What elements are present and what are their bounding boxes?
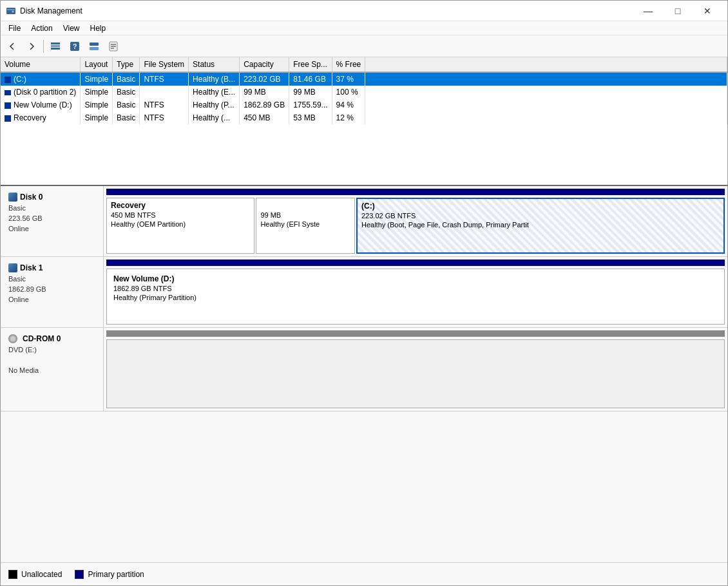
table-row[interactable]: New Volume (D:)SimpleBasicNTFSHealthy (P… [1, 99, 727, 111]
d-name: New Volume (D:) [113, 274, 718, 283]
help-icon: ? [70, 41, 80, 52]
svg-rect-9 [90, 47, 99, 50]
col-volume[interactable]: Volume [1, 57, 81, 72]
disk1-label: Disk 1 Basic 1862.89 GB Online [1, 257, 104, 327]
cell-type: Basic [113, 111, 140, 124]
maximize-button[interactable]: □ [663, 1, 693, 21]
disk0-type: Basic [8, 204, 95, 212]
cdrom0-type: DVD (E:) [8, 346, 95, 354]
disk0-parts-row: Recovery 450 MB NTFS Healthy (OEM Partit… [106, 198, 725, 254]
cell-free: 1755.59... [289, 99, 332, 111]
disk0-status: Online [8, 225, 95, 232]
content-area: Volume Layout Type File System Status Ca… [1, 57, 727, 585]
disk1-d-partition[interactable]: New Volume (D:) 1862.89 GB NTFS Healthy … [106, 269, 725, 325]
cell-status: Healthy (E... [189, 86, 240, 99]
cdrom-icon [8, 334, 17, 343]
disk1-row: Disk 1 Basic 1862.89 GB Online New Volum… [1, 257, 727, 328]
cell-layout: Simple [81, 111, 113, 124]
volume-list-button[interactable] [46, 38, 64, 55]
legend-bar: Unallocated Primary partition [1, 562, 727, 585]
menu-bar: File Action View Help [1, 21, 727, 35]
disk0-recovery-partition[interactable]: Recovery 450 MB NTFS Healthy (OEM Partit… [106, 198, 254, 254]
cell-volume: New Volume (D:) [1, 99, 81, 111]
cdrom0-row: CD-ROM 0 DVD (E:) No Media [1, 328, 727, 411]
disk0-icon [8, 193, 17, 202]
volume-icon [5, 90, 11, 95]
cell-status: Healthy (B... [189, 72, 240, 86]
volume-icon [5, 115, 11, 122]
efi-size: 99 MB [260, 211, 350, 219]
disk0-c-partition[interactable]: (C:) 223.02 GB NTFS Healthy (Boot, Page … [356, 198, 725, 254]
cell-free: 81.46 GB [289, 72, 332, 86]
cell-filesystem: NTFS [140, 111, 189, 124]
cdrom0-nomedia: No Media [8, 366, 95, 374]
cell-status: Healthy (... [189, 111, 240, 124]
svg-rect-3 [51, 43, 60, 44]
cell-layout: Simple [81, 86, 113, 99]
col-status[interactable]: Status [189, 57, 240, 72]
recovery-status: Healthy (OEM Partition) [111, 220, 250, 228]
cell-filesystem: NTFS [140, 99, 189, 111]
disk-view-button[interactable] [85, 38, 103, 55]
back-icon [8, 42, 17, 51]
col-type[interactable]: Type [113, 57, 140, 72]
disk0-size: 223.56 GB [8, 214, 95, 222]
col-extra [365, 57, 727, 72]
d-status: Healthy (Primary Partition) [113, 294, 718, 301]
disk1-partitions: New Volume (D:) 1862.89 GB NTFS Healthy … [104, 257, 727, 327]
cell-type: Basic [113, 86, 140, 99]
table-row[interactable]: (C:)SimpleBasicNTFSHealthy (B...223.02 G… [1, 72, 727, 86]
c-status: Healthy (Boot, Page File, Crash Dump, Pr… [361, 221, 720, 229]
menu-file[interactable]: File [3, 23, 26, 34]
disk0-header-bar [106, 189, 725, 195]
cell-layout: Simple [81, 72, 113, 86]
col-filesystem[interactable]: File System [140, 57, 189, 72]
cdrom0-empty [106, 339, 725, 408]
efi-name [260, 201, 350, 210]
disk0-row: Disk 0 Basic 223.56 GB Online Recovery 4… [1, 186, 727, 257]
table-row[interactable]: RecoverySimpleBasicNTFSHealthy (...450 M… [1, 111, 727, 124]
legend-unallocated-box [8, 570, 17, 579]
svg-rect-5 [51, 48, 60, 50]
cdrom0-header-bar [106, 330, 725, 337]
back-button[interactable] [3, 38, 21, 55]
disk0-partitions: Recovery 450 MB NTFS Healthy (OEM Partit… [104, 186, 727, 256]
properties-icon [108, 41, 119, 52]
disk-view-icon [89, 41, 99, 52]
col-layout[interactable]: Layout [81, 57, 113, 72]
col-capacity[interactable]: Capacity [240, 57, 289, 72]
legend-primary: Primary partition [75, 570, 144, 579]
efi-status: Healthy (EFI Syste [260, 220, 350, 228]
col-pct-free[interactable]: % Free [332, 57, 365, 72]
cell-free: 53 MB [289, 111, 332, 124]
minimize-button[interactable]: — [633, 1, 663, 21]
table-row[interactable]: (Disk 0 partition 2)SimpleBasicHealthy (… [1, 86, 727, 99]
cell-capacity: 1862.89 GB [240, 99, 289, 111]
disk0-efi-partition[interactable]: 99 MB Healthy (EFI Syste [256, 198, 355, 254]
close-button[interactable]: ✕ [693, 1, 722, 21]
cdrom0-name: CD-ROM 0 [8, 334, 95, 343]
menu-help[interactable]: Help [85, 23, 111, 34]
col-free[interactable]: Free Sp... [289, 57, 332, 72]
help-button[interactable]: ? [66, 38, 84, 55]
c-size: 223.02 GB NTFS [361, 212, 720, 220]
cell-capacity: 450 MB [240, 111, 289, 124]
cdrom0-status [8, 356, 95, 364]
cell-extra [365, 72, 727, 86]
toolbar-separator-1 [43, 40, 44, 53]
cell-type: Basic [113, 99, 140, 111]
legend-unallocated-label: Unallocated [21, 570, 62, 579]
cell-extra [365, 99, 727, 111]
title-bar-left: Disk Management [6, 6, 82, 16]
c-name: (C:) [361, 202, 720, 211]
cell-pct_free: 12 % [332, 111, 365, 124]
volume-table-section: Volume Layout Type File System Status Ca… [1, 57, 727, 186]
cdrom0-label: CD-ROM 0 DVD (E:) No Media [1, 328, 104, 411]
menu-view[interactable]: View [58, 23, 85, 34]
forward-button[interactable] [23, 38, 41, 55]
legend-unallocated: Unallocated [8, 570, 62, 579]
properties-button[interactable] [104, 38, 122, 55]
menu-action[interactable]: Action [26, 23, 57, 34]
volume-list-icon [50, 41, 61, 52]
d-size: 1862.89 GB NTFS [113, 285, 718, 292]
